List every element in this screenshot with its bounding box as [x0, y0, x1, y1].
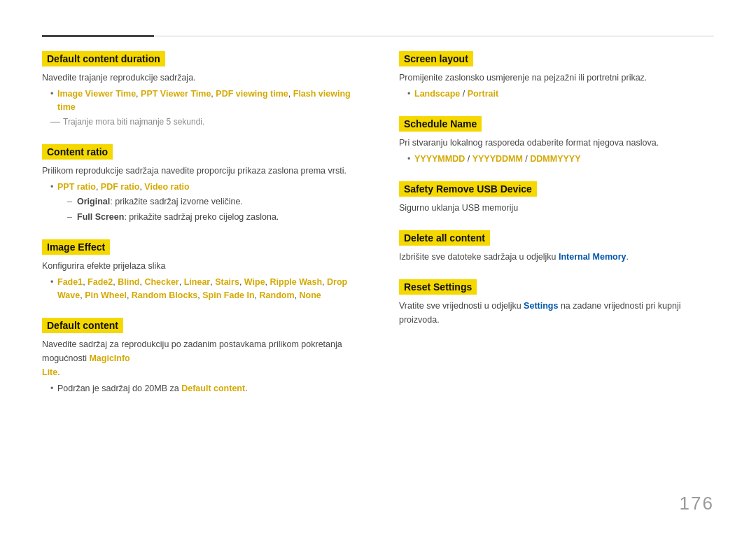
- section-content-ratio: Content ratio Prilikom reprodukcije sadr…: [42, 144, 357, 225]
- left-column: Default content duration Navedite trajan…: [42, 51, 357, 506]
- section-screen-layout: Screen layout Promijenite zaslonsko usmj…: [399, 51, 714, 101]
- highlight: None: [299, 290, 321, 300]
- list-item: YYYYMMDD / YYYYDDMM / DDMMYYYY: [407, 153, 714, 166]
- section-image-effect: Image Effect Konfigurira efekte prijelaz…: [42, 239, 357, 302]
- highlight: Spin Fade In: [202, 290, 254, 300]
- section-delete-all-content: Delete all content Izbrišite sve datotek…: [399, 230, 714, 264]
- highlight: Fade2: [88, 277, 113, 287]
- section-title-delete-all-content: Delete all content: [399, 230, 490, 246]
- page-container: Default content duration Navedite trajan…: [0, 0, 756, 534]
- section-body-default-content-duration: Navedite trajanje reprodukcije sadržaja.…: [42, 71, 357, 129]
- list-item: Fade1, Fade2, Blind, Checker, Linear, St…: [50, 276, 357, 302]
- highlight: YYYYDDMM: [472, 154, 523, 164]
- section-title-default-content-duration: Default content duration: [42, 51, 165, 66]
- body-text: Navedite trajanje reprodukcije sadržaja.: [42, 71, 357, 85]
- section-title-image-effect: Image Effect: [42, 239, 110, 255]
- body-text: Sigurno uklanja USB memoriju: [399, 201, 714, 215]
- section-title-schedule-name: Schedule Name: [399, 116, 482, 132]
- body-text: Konfigurira efekte prijelaza slika: [42, 259, 357, 273]
- list-item: Image Viewer Time, PPT Viewer Time, PDF …: [50, 87, 357, 114]
- highlight: Fade1: [57, 277, 83, 287]
- rule-dark: [42, 35, 154, 37]
- highlight: Linear: [184, 277, 211, 287]
- bullet-list: YYYYMMDD / YYYYDDMM / DDMMYYYY: [399, 153, 714, 166]
- highlight: Image Viewer Time: [57, 89, 136, 99]
- rule-light: [154, 36, 714, 36]
- highlight: Random: [260, 290, 295, 300]
- section-body-content-ratio: Prilikom reprodukcije sadržaja navedite …: [42, 164, 357, 225]
- section-title-safety-remove-usb: Safety Remove USB Device: [399, 181, 537, 197]
- section-body-safety-remove-usb: Sigurno uklanja USB memoriju: [399, 201, 714, 215]
- page-number: 176: [680, 493, 714, 514]
- bullet-list: Image Viewer Time, PPT Viewer Time, PDF …: [42, 87, 357, 114]
- section-body-default-content: Navedite sadržaj za reprodukciju po zada…: [42, 337, 357, 395]
- highlight: PPT Viewer Time: [141, 89, 211, 99]
- highlight: DDMMYYYY: [530, 154, 580, 164]
- section-body-reset-settings: Vratite sve vrijednosti u odjeljku Setti…: [399, 299, 714, 327]
- note-line: Trajanje mora biti najmanje 5 sekundi.: [42, 115, 357, 129]
- bullet-list: PPT ratio, PDF ratio, Video ratio Origin…: [42, 181, 357, 225]
- body-text: Vratite sve vrijednosti u odjeljku Setti…: [399, 299, 714, 327]
- section-body-delete-all-content: Izbrišite sve datoteke sadržaja u odjelj…: [399, 250, 714, 264]
- top-rule: [42, 35, 714, 37]
- list-item: Landscape / Portrait: [407, 87, 714, 101]
- body-text: Izbrišite sve datoteke sadržaja u odjelj…: [399, 250, 714, 264]
- section-title-screen-layout: Screen layout: [399, 51, 473, 66]
- section-default-content-duration: Default content duration Navedite trajan…: [42, 51, 357, 129]
- sub-item-label: Original: [77, 197, 110, 206]
- highlight: Checker: [144, 277, 178, 287]
- section-title-content-ratio: Content ratio: [42, 144, 113, 160]
- highlight: Pin Wheel: [85, 290, 127, 300]
- highlight: Stairs: [215, 277, 239, 287]
- content-columns: Default content duration Navedite trajan…: [42, 51, 714, 506]
- right-column: Screen layout Promijenite zaslonsko usmj…: [399, 51, 714, 506]
- section-body-schedule-name: Pri stvaranju lokalnog rasporeda odaberi…: [399, 136, 714, 166]
- section-body-screen-layout: Promijenite zaslonsko usmjerenje na pejz…: [399, 71, 714, 101]
- highlight: PDF viewing time: [216, 89, 288, 99]
- highlight: Default content: [181, 384, 245, 393]
- bullet-list: Fade1, Fade2, Blind, Checker, Linear, St…: [42, 276, 357, 302]
- list-item: PPT ratio, PDF ratio, Video ratio Origin…: [50, 181, 357, 225]
- highlight: Settings: [524, 301, 558, 311]
- highlight: MagicInfoLite: [42, 353, 130, 377]
- body-text: Navedite sadržaj za reprodukciju po zada…: [42, 337, 357, 379]
- section-title-reset-settings: Reset Settings: [399, 279, 477, 295]
- section-safety-remove-usb: Safety Remove USB Device Sigurno uklanja…: [399, 181, 714, 215]
- section-default-content: Default content Navedite sadržaj za repr…: [42, 318, 357, 395]
- highlight: Landscape: [414, 89, 460, 99]
- bullet-list: Podržan je sadržaj do 20MB za Default co…: [42, 382, 357, 395]
- sub-list: Original: prikažite sadržaj izvorne veli…: [57, 195, 357, 224]
- section-title-default-content: Default content: [42, 318, 123, 333]
- bullet-list: Landscape / Portrait: [399, 87, 714, 101]
- highlight: YYYYMMDD: [414, 154, 465, 164]
- section-schedule-name: Schedule Name Pri stvaranju lokalnog ras…: [399, 116, 714, 166]
- highlight: Wipe: [244, 277, 265, 287]
- highlight: Ripple Wash: [270, 277, 323, 287]
- section-reset-settings: Reset Settings Vratite sve vrijednosti u…: [399, 279, 714, 327]
- sub-item-label: Full Screen: [77, 212, 124, 222]
- highlight: PDF ratio: [101, 182, 140, 192]
- body-text: Prilikom reprodukcije sadržaja navedite …: [42, 164, 357, 178]
- highlight: Random Blocks: [132, 290, 197, 300]
- body-text: Promijenite zaslonsko usmjerenje na pejz…: [399, 71, 714, 85]
- sub-list-item: Full Screen: prikažite sadržaj preko cij…: [67, 210, 357, 224]
- list-item: Podržan je sadržaj do 20MB za Default co…: [50, 382, 357, 395]
- body-text: Pri stvaranju lokalnog rasporeda odaberi…: [399, 136, 714, 150]
- highlight: Internal Memory: [559, 252, 626, 262]
- highlight: Portrait: [468, 89, 498, 99]
- sub-list-item: Original: prikažite sadržaj izvorne veli…: [67, 195, 357, 209]
- highlight: PPT ratio: [57, 182, 96, 192]
- highlight: Video ratio: [144, 182, 189, 192]
- section-body-image-effect: Konfigurira efekte prijelaza slika Fade1…: [42, 259, 357, 302]
- highlight: Blind: [118, 277, 139, 287]
